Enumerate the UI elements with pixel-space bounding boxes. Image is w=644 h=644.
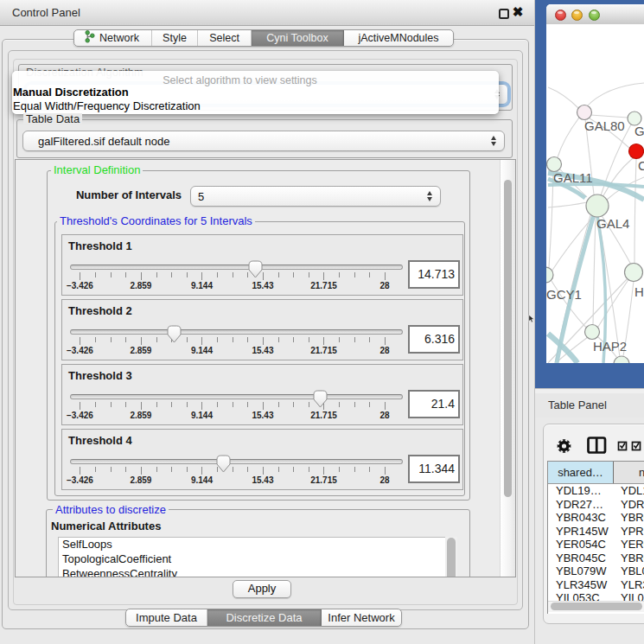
close-icon[interactable]: ✖ — [512, 3, 524, 22]
threshold-value-field[interactable]: 21.4 — [408, 390, 460, 418]
node-label: GA — [634, 124, 644, 138]
threshold-label: Threshold 2 — [68, 304, 132, 317]
tab-infer-network[interactable]: Infer Network — [322, 609, 401, 626]
close-window-icon[interactable] — [555, 10, 566, 21]
table-row[interactable]: YBL079WYBL0 — [548, 564, 644, 578]
attributes-list-scrollbar[interactable] — [445, 537, 457, 577]
tab-discretize-data[interactable]: Discretize Data — [207, 609, 322, 626]
network-edge[interactable] — [634, 159, 636, 264]
tick-label: 21.715 — [310, 411, 337, 420]
gear-icon[interactable] — [558, 439, 571, 453]
network-node-hap2[interactable] — [585, 325, 600, 340]
slider-thumb[interactable] — [216, 455, 231, 473]
combo-arrows-icon — [421, 191, 438, 201]
slider-thumb[interactable] — [248, 260, 263, 278]
slider-thumb[interactable] — [167, 325, 182, 343]
popup-item-1[interactable]: Equal Width/Frequency Discretization — [13, 99, 201, 112]
scrollbar-thumb[interactable] — [504, 180, 512, 497]
tab-style[interactable]: Style — [152, 30, 198, 46]
attribute-item[interactable]: BetweennessCentrality — [59, 567, 446, 577]
threshold-label: Threshold 3 — [68, 369, 132, 382]
column-header-shared-name[interactable]: shared… — [548, 462, 614, 483]
table-rows: YDL19…YDL1YDR27…YDR2YBR043CYBR0YPR145WYP… — [548, 484, 644, 605]
mouse-cursor — [528, 315, 536, 324]
network-node-gal4[interactable] — [586, 194, 609, 217]
slider-track[interactable] — [70, 265, 403, 270]
network-edge[interactable] — [598, 278, 629, 327]
numerical-attributes-label: Numerical Attributes — [51, 520, 161, 532]
control-panel-titlebar: Control Panel ✖ — [0, 0, 534, 26]
network-edge[interactable] — [558, 118, 579, 157]
threshold-label: Threshold 1 — [68, 239, 132, 252]
network-node-gal80[interactable] — [577, 105, 592, 120]
network-node-h[interactable] — [625, 264, 643, 282]
network-edge[interactable] — [593, 215, 596, 325]
tab-network[interactable]: Network — [74, 30, 152, 46]
table-row[interactable]: YBR045CYBR0 — [548, 552, 644, 565]
tick-label: 9.144 — [191, 411, 213, 420]
network-edge[interactable] — [548, 87, 578, 108]
tick-label: 21.715 — [310, 346, 337, 355]
checkbox-icon[interactable] — [633, 443, 641, 450]
table-row[interactable]: YDL19…YDL1 — [548, 484, 644, 498]
tab-select[interactable]: Select — [198, 30, 252, 46]
network-edge[interactable] — [548, 202, 587, 207]
threshold-value-field[interactable]: 6.316 — [408, 325, 460, 354]
threshold-value-field[interactable]: 11.344 — [408, 455, 460, 483]
node-label: GAL80 — [584, 118, 625, 133]
settings-scrollpane: Interval Definition Number of Intervals … — [15, 159, 516, 577]
slider-track[interactable] — [70, 394, 403, 399]
node-label: HAP2 — [593, 339, 627, 354]
float-window-icon[interactable] — [499, 9, 509, 19]
checkbox-icon[interactable] — [619, 443, 627, 450]
network-node[interactable] — [614, 356, 629, 363]
node-label: GAL4 — [596, 216, 629, 231]
threshold-label: Threshold 4 — [68, 434, 132, 447]
settings-viewport: Interval Definition Number of Intervals … — [16, 160, 500, 577]
threshold-value-field[interactable]: 14.713 — [408, 260, 460, 289]
number-of-intervals-combobox[interactable]: 5 — [190, 186, 441, 207]
popup-item-0[interactable]: Manual Discretization — [13, 86, 129, 99]
tick-label: 2.859 — [130, 281, 151, 290]
slider-thumb[interactable] — [313, 390, 328, 408]
network-canvas[interactable]: GAL80GACGAL11GAL4GCY1HHAP2 — [546, 24, 644, 363]
network-node-gcy1[interactable] — [546, 267, 553, 283]
table-row[interactable]: YPR145WYPR1 — [548, 525, 644, 539]
tab-jactivemnodules[interactable]: jActiveMNodules — [344, 30, 453, 46]
scrollbar-thumb[interactable] — [551, 603, 642, 610]
table-row[interactable]: YER054CYER0 — [548, 538, 644, 552]
scrollbar-thumb[interactable] — [447, 538, 456, 577]
network-edge[interactable] — [586, 83, 644, 107]
node-attribute-table: shared… na YDL19…YDL1YDR27…YDR2YBR043CYB… — [547, 461, 644, 614]
table-row[interactable]: YBR043CYBR0 — [548, 511, 644, 525]
network-node-c[interactable] — [629, 144, 644, 159]
apply-button[interactable]: Apply — [233, 580, 291, 598]
settings-scrollbar[interactable] — [500, 160, 516, 577]
tick-label: 21.715 — [310, 281, 337, 290]
minimize-window-icon[interactable] — [571, 10, 583, 21]
control-panel-window: Control Panel ✖ NetworkStyleSelectCyni T… — [0, 0, 535, 644]
threshold-panel: Threshold 1 −3.4262.8599.14415.4321.7152… — [61, 234, 463, 296]
slider-track[interactable] — [70, 329, 403, 335]
screen: Control Panel ✖ NetworkStyleSelectCyni T… — [0, 0, 644, 644]
network-edge[interactable] — [590, 115, 628, 118]
table-row[interactable]: YDR27…YDR2 — [548, 498, 644, 512]
slider-track[interactable] — [70, 459, 403, 464]
attribute-item[interactable]: SelfLoops — [59, 538, 446, 552]
attributes-list[interactable]: SelfLoopsTopologicalCoefficientBetweenne… — [58, 537, 447, 577]
table-data-combobox[interactable]: galFiltered.sif default node — [22, 131, 505, 151]
tab-impute-data[interactable]: Impute Data — [126, 609, 207, 626]
attribute-item[interactable]: TopologicalCoefficient — [59, 552, 446, 567]
network-node-gal11[interactable] — [547, 157, 562, 172]
split-view-icon[interactable] — [589, 437, 606, 453]
table-horizontal-scrollbar[interactable] — [548, 601, 644, 612]
tab-cyni-toolbox[interactable]: Cyni Toolbox — [252, 30, 344, 46]
tick-label: 2.859 — [130, 475, 151, 485]
tick-label: −3.426 — [67, 475, 93, 485]
table-header-row: shared… na — [548, 462, 644, 484]
tick-label: 2.859 — [130, 411, 151, 420]
zoom-window-icon[interactable] — [589, 10, 600, 21]
control-panel-tabs: NetworkStyleSelectCyni ToolboxjActiveMNo… — [73, 29, 454, 47]
column-header-name[interactable]: na — [614, 462, 644, 483]
table-row[interactable]: YLR345WYLR3 — [548, 578, 644, 592]
